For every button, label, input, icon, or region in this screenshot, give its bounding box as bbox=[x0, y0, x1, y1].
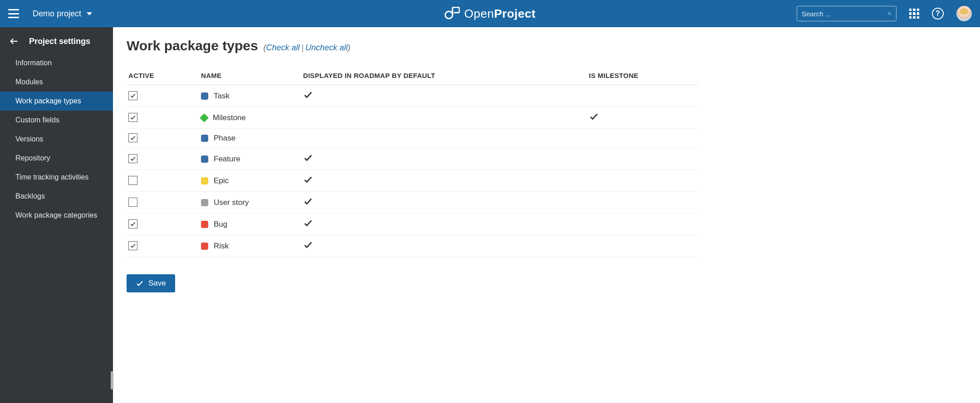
milestone-check-icon bbox=[589, 115, 599, 123]
sidebar-item[interactable]: Versions bbox=[0, 130, 113, 149]
sidebar-items: InformationModulesWork package typesCust… bbox=[0, 53, 113, 403]
active-checkbox[interactable] bbox=[128, 91, 137, 100]
type-color-icon bbox=[201, 243, 208, 250]
search-input[interactable] bbox=[802, 10, 888, 18]
caret-down-icon bbox=[87, 12, 92, 15]
table-row: User story bbox=[127, 192, 698, 214]
col-header-roadmap: Displayed in roadmap by default bbox=[301, 66, 587, 85]
col-header-milestone: Is milestone bbox=[587, 66, 698, 85]
sidebar-item[interactable]: Work package categories bbox=[0, 206, 113, 225]
sidebar-item[interactable]: Custom fields bbox=[0, 111, 113, 130]
sidebar-header: Project settings bbox=[0, 27, 113, 53]
active-checkbox[interactable] bbox=[128, 198, 137, 207]
table-row: Feature bbox=[127, 148, 698, 170]
svg-line-2 bbox=[890, 14, 891, 15]
search-box[interactable] bbox=[797, 6, 897, 21]
openproject-logo-icon bbox=[444, 7, 460, 20]
check-actions: (Check all|Uncheck all) bbox=[264, 43, 351, 53]
type-color-icon bbox=[201, 199, 208, 206]
brand-name: OpenProject bbox=[464, 7, 535, 21]
table-row: Phase bbox=[127, 129, 698, 148]
apps-icon[interactable] bbox=[909, 9, 919, 19]
roadmap-check-icon bbox=[303, 178, 313, 186]
sidebar-resize-handle[interactable] bbox=[111, 371, 113, 389]
sidebar-item[interactable]: Modules bbox=[0, 73, 113, 92]
back-arrow-icon[interactable] bbox=[9, 36, 19, 46]
header-right: ? bbox=[797, 6, 972, 21]
active-checkbox[interactable] bbox=[128, 154, 137, 163]
hamburger-icon[interactable] bbox=[8, 9, 19, 18]
table-row: Epic bbox=[127, 170, 698, 192]
uncheck-all-link[interactable]: Uncheck all bbox=[305, 43, 348, 52]
type-name: Risk bbox=[214, 242, 229, 251]
type-name: Task bbox=[214, 92, 230, 101]
type-color-icon bbox=[201, 92, 208, 100]
save-button[interactable]: Save bbox=[127, 274, 175, 292]
sidebar: Project settings InformationModulesWork … bbox=[0, 27, 113, 403]
page-title: Work package types bbox=[127, 38, 258, 53]
sidebar-title: Project settings bbox=[29, 37, 90, 46]
project-name: Demo project bbox=[33, 9, 81, 19]
roadmap-check-icon bbox=[303, 243, 313, 252]
roadmap-check-icon bbox=[303, 199, 313, 208]
type-name: User story bbox=[214, 198, 249, 207]
type-name: Feature bbox=[214, 155, 240, 164]
active-checkbox[interactable] bbox=[128, 176, 137, 185]
sidebar-item[interactable]: Work package types bbox=[0, 92, 113, 111]
help-icon[interactable]: ? bbox=[932, 8, 944, 19]
roadmap-check-icon bbox=[303, 156, 313, 165]
roadmap-check-icon bbox=[303, 221, 313, 230]
main-content: Work package types (Check all|Uncheck al… bbox=[113, 27, 980, 403]
active-checkbox[interactable] bbox=[128, 219, 137, 228]
sidebar-item[interactable]: Time tracking activities bbox=[0, 168, 113, 187]
table-row: Task bbox=[127, 85, 698, 107]
type-name: Bug bbox=[214, 220, 227, 229]
page-title-row: Work package types (Check all|Uncheck al… bbox=[127, 38, 966, 53]
project-selector[interactable]: Demo project bbox=[33, 9, 92, 19]
type-name: Milestone bbox=[213, 113, 246, 122]
table-row: Milestone bbox=[127, 107, 698, 129]
type-name: Phase bbox=[214, 134, 235, 143]
table-row: Risk bbox=[127, 235, 698, 257]
table-row: Bug bbox=[127, 214, 698, 235]
brand-logo[interactable]: OpenProject bbox=[444, 7, 535, 21]
check-icon bbox=[136, 279, 144, 287]
type-color-icon bbox=[200, 113, 209, 122]
col-header-name: Name bbox=[199, 66, 301, 85]
search-icon bbox=[888, 10, 892, 18]
save-button-label: Save bbox=[148, 279, 166, 288]
active-checkbox[interactable] bbox=[128, 133, 137, 142]
avatar[interactable] bbox=[956, 6, 972, 21]
type-color-icon bbox=[201, 155, 208, 163]
type-name: Epic bbox=[214, 176, 229, 185]
type-color-icon bbox=[201, 135, 208, 142]
svg-point-0 bbox=[445, 11, 452, 19]
type-color-icon bbox=[201, 221, 208, 228]
svg-point-1 bbox=[888, 12, 891, 15]
sidebar-item[interactable]: Repository bbox=[0, 149, 113, 168]
roadmap-check-icon bbox=[303, 93, 313, 102]
types-table: Active Name Displayed in roadmap by defa… bbox=[127, 66, 698, 257]
type-color-icon bbox=[201, 177, 208, 185]
col-header-active: Active bbox=[127, 66, 199, 85]
sidebar-item[interactable]: Information bbox=[0, 53, 113, 73]
check-all-link[interactable]: Check all bbox=[266, 43, 300, 52]
active-checkbox[interactable] bbox=[128, 241, 137, 250]
active-checkbox[interactable] bbox=[128, 113, 137, 122]
top-header: Demo project OpenProject ? bbox=[0, 0, 980, 27]
sidebar-item[interactable]: Backlogs bbox=[0, 187, 113, 206]
